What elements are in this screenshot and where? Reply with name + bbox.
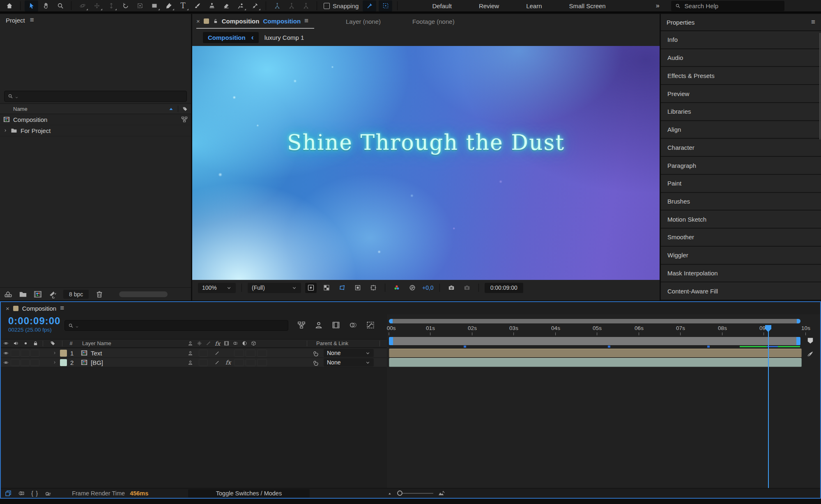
solo-column-icon[interactable] [23,341,28,346]
expand-layer-chevron[interactable] [53,360,57,364]
panel-tab-brushes[interactable]: Brushes [661,193,821,211]
blending-mode-icon[interactable] [18,490,25,497]
composition-viewer-tab[interactable]: × Composition Composition ≡ [196,14,314,29]
lock-cell[interactable] [30,359,39,366]
brush-tool[interactable] [191,0,204,11]
zoom-tool[interactable] [53,0,67,11]
workspace-default[interactable]: Default [432,2,452,9]
expand-layer-chevron[interactable] [53,351,57,355]
exposure-value[interactable]: +0,0 [422,284,434,291]
switch-cell[interactable] [257,350,267,357]
lock-cell[interactable] [30,350,39,357]
close-icon[interactable]: × [196,18,200,25]
layer-row-text[interactable]: 1 Text None [1,348,387,358]
render-speed-snail-icon[interactable] [45,490,51,497]
view-axis-mode[interactable] [299,0,313,11]
pen-tool[interactable] [162,0,175,11]
motion-blur-icon[interactable] [349,321,357,329]
timeline-search-box[interactable] [64,320,288,331]
panel-tab-preview[interactable]: Preview [661,85,821,103]
resolution-dropdown[interactable]: (Full) [248,283,301,293]
bit-depth-button[interactable]: 8 bpc [63,290,89,299]
video-visibility-icon[interactable] [3,360,9,365]
local-axis-mode[interactable] [270,0,284,11]
new-composition-icon[interactable] [34,290,42,298]
parent-pickwhip-icon[interactable] [312,359,319,366]
pan-camera-tool[interactable] [90,0,103,11]
sort-ascending-icon[interactable] [168,106,174,112]
magnification-dropdown[interactable]: 100% [198,283,236,293]
world-axis-mode[interactable] [285,0,298,11]
rotation-tool[interactable] [119,0,132,11]
label-color-column-icon[interactable] [182,106,188,112]
switch-cell[interactable] [234,350,244,357]
motion-blur-switch-icon[interactable] [233,341,238,346]
layer-label-color[interactable] [60,350,67,357]
pan-behind-tool[interactable] [133,0,147,11]
work-area-bar[interactable] [389,337,800,345]
search-help-box[interactable] [671,1,784,11]
footage-viewer-tab[interactable]: Footage (none) [412,18,455,25]
panel-tab-smoother[interactable]: Smoother [661,229,821,247]
layer-label-color[interactable] [60,359,67,366]
adjustment-layer-switch-icon[interactable] [242,341,247,346]
take-snapshot-button[interactable] [446,283,457,293]
frame-blend-switch-icon[interactable] [224,341,229,346]
effects-switch-icon[interactable]: fx [215,340,220,347]
parent-dropdown[interactable]: None [324,358,374,367]
timeline-panel-menu-icon[interactable]: ≡ [60,304,64,312]
composition-canvas[interactable]: Shine Through the Dust [192,46,660,280]
timeline-comp-tab[interactable]: Composition [22,305,56,312]
collapse-cell[interactable] [199,350,208,357]
marker-dot[interactable] [707,346,710,348]
breadcrumb[interactable]: Composition ‹ [203,32,259,43]
orbit-camera-tool[interactable] [76,0,89,11]
panel-tab-motion-sketch[interactable]: Motion Sketch [661,211,821,229]
quality-toggle-icon[interactable] [214,351,220,356]
workspace-overflow-chevron[interactable]: » [656,2,660,9]
panel-tab-align[interactable]: Align [661,121,821,139]
panel-tab-mask-interpolation[interactable]: Mask Interpolation [661,265,821,283]
current-timecode[interactable]: 0:00:09:00 [8,315,60,327]
parent-link-column[interactable]: Parent & Link [316,340,348,346]
exposure-reset-button[interactable] [407,283,418,293]
layer-row-bg[interactable]: 2 [BG] fx None [1,358,387,367]
zoom-slider-knob[interactable] [397,490,402,496]
frame-blending-icon[interactable] [332,321,340,329]
snapping-toggle[interactable]: Snapping [324,2,359,9]
zoom-in-mountains-icon[interactable] [438,490,445,497]
proxy-toggle-icon[interactable] [48,290,57,298]
current-time-indicator-line[interactable] [768,327,769,488]
project-search-box[interactable] [4,91,187,102]
shy-toggle-icon[interactable] [188,360,193,365]
video-column-icon[interactable] [3,341,9,346]
project-column-header[interactable]: Name [0,103,191,114]
marker-dot[interactable] [608,346,610,348]
eraser-tool[interactable] [219,0,233,11]
comp-button-icon[interactable] [806,350,814,358]
expressions-icon[interactable]: { } [31,490,38,497]
switch-cell[interactable] [257,359,267,366]
mini-flowchart-icon[interactable] [181,116,188,123]
dolly-camera-tool[interactable] [104,0,118,11]
search-help-input[interactable] [685,2,767,9]
switch-cell[interactable] [246,359,255,366]
breadcrumb-back-chevron[interactable]: ‹ [251,33,254,42]
audio-column-icon[interactable] [13,341,18,346]
panel-tab-content-aware-fill[interactable]: Content-Aware Fill [661,282,821,300]
snapping-checkbox[interactable] [324,3,330,9]
marker-dot[interactable] [464,346,466,348]
interpret-footage-icon[interactable] [4,290,12,298]
layer-viewer-tab[interactable]: Layer (none) [346,18,381,25]
workspace-learn[interactable]: Learn [526,2,542,9]
breadcrumb-comp-label[interactable]: Composition [208,34,246,41]
project-panel-menu-icon[interactable]: ≡ [30,16,34,24]
layer-name[interactable]: [BG] [91,359,103,366]
switch-cell[interactable] [234,359,244,366]
panel-tab-libraries[interactable]: Libraries [661,103,821,121]
vertical-scrollbar[interactable] [819,33,821,140]
puppet-pin-tool[interactable] [248,0,262,11]
label-color-chip[interactable] [204,18,209,24]
home-button[interactable] [2,0,16,11]
zoom-slider-track[interactable] [398,493,433,494]
